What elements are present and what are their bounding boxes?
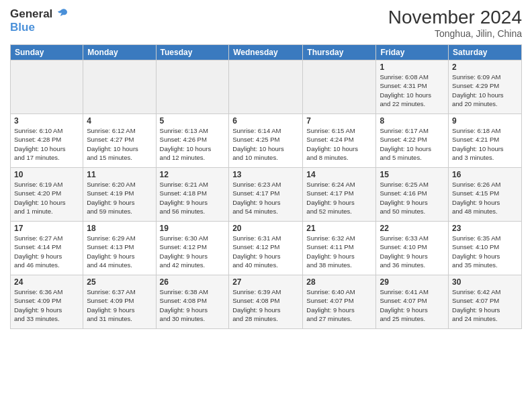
calendar-cell: 13Sunrise: 6:23 AM Sunset: 4:17 PM Dayli… [229, 168, 303, 222]
calendar-cell [83, 60, 156, 114]
calendar-week-4: 24Sunrise: 6:36 AM Sunset: 4:09 PM Dayli… [11, 275, 522, 329]
day-info: Sunrise: 6:20 AM Sunset: 4:19 PM Dayligh… [87, 180, 152, 216]
day-number: 1 [380, 62, 445, 72]
month-title: November 2024 [388, 7, 522, 28]
col-saturday: Saturday [449, 45, 522, 60]
day-info: Sunrise: 6:14 AM Sunset: 4:25 PM Dayligh… [232, 126, 299, 162]
day-info: Sunrise: 6:17 AM Sunset: 4:22 PM Dayligh… [380, 126, 445, 162]
day-info: Sunrise: 6:08 AM Sunset: 4:31 PM Dayligh… [380, 73, 445, 108]
day-info: Sunrise: 6:32 AM Sunset: 4:11 PM Dayligh… [306, 234, 372, 269]
calendar-cell: 29Sunrise: 6:41 AM Sunset: 4:07 PM Dayli… [376, 275, 449, 329]
day-number: 6 [232, 116, 299, 126]
calendar-cell: 4Sunrise: 6:12 AM Sunset: 4:27 PM Daylig… [83, 114, 156, 168]
day-number: 18 [87, 224, 152, 233]
location: Tonghua, Jilin, China [388, 28, 522, 39]
header: General Blue November 2024 Tonghua, Jili… [10, 7, 522, 39]
logo-bird-icon [54, 7, 69, 21]
calendar-cell: 8Sunrise: 6:17 AM Sunset: 4:22 PM Daylig… [376, 114, 449, 168]
col-monday: Monday [83, 45, 156, 60]
logo-text-blue: Blue [10, 21, 69, 34]
title-area: November 2024 Tonghua, Jilin, China [388, 7, 522, 39]
calendar-cell: 9Sunrise: 6:18 AM Sunset: 4:21 PM Daylig… [449, 114, 522, 168]
col-wednesday: Wednesday [229, 45, 303, 60]
day-number: 12 [160, 170, 226, 179]
calendar-cell: 22Sunrise: 6:33 AM Sunset: 4:10 PM Dayli… [376, 222, 449, 275]
day-info: Sunrise: 6:33 AM Sunset: 4:10 PM Dayligh… [380, 234, 445, 269]
day-number: 14 [306, 170, 372, 179]
calendar-cell: 28Sunrise: 6:40 AM Sunset: 4:07 PM Dayli… [303, 275, 376, 329]
day-number: 19 [160, 224, 226, 233]
day-info: Sunrise: 6:12 AM Sunset: 4:27 PM Dayligh… [87, 126, 152, 162]
day-number: 13 [232, 170, 299, 179]
col-sunday: Sunday [11, 45, 83, 60]
day-info: Sunrise: 6:42 AM Sunset: 4:07 PM Dayligh… [452, 287, 518, 323]
calendar-cell: 24Sunrise: 6:36 AM Sunset: 4:09 PM Dayli… [11, 275, 83, 329]
calendar-cell: 30Sunrise: 6:42 AM Sunset: 4:07 PM Dayli… [449, 275, 522, 329]
calendar-cell [156, 60, 229, 114]
calendar-cell: 11Sunrise: 6:20 AM Sunset: 4:19 PM Dayli… [83, 168, 156, 222]
day-number: 23 [452, 224, 518, 233]
day-number: 22 [380, 224, 445, 233]
calendar-week-0: 1Sunrise: 6:08 AM Sunset: 4:31 PM Daylig… [11, 60, 522, 114]
calendar-header-row: Sunday Monday Tuesday Wednesday Thursday… [11, 45, 522, 60]
day-number: 2 [452, 62, 518, 72]
calendar-cell [303, 60, 376, 114]
day-info: Sunrise: 6:13 AM Sunset: 4:26 PM Dayligh… [160, 126, 226, 162]
calendar-cell: 7Sunrise: 6:15 AM Sunset: 4:24 PM Daylig… [303, 114, 376, 168]
day-number: 20 [232, 224, 299, 233]
calendar-cell: 5Sunrise: 6:13 AM Sunset: 4:26 PM Daylig… [156, 114, 229, 168]
day-number: 25 [87, 277, 152, 287]
calendar-cell: 3Sunrise: 6:10 AM Sunset: 4:28 PM Daylig… [11, 114, 83, 168]
calendar-cell: 1Sunrise: 6:08 AM Sunset: 4:31 PM Daylig… [376, 60, 449, 114]
calendar-cell: 6Sunrise: 6:14 AM Sunset: 4:25 PM Daylig… [229, 114, 303, 168]
col-thursday: Thursday [303, 45, 376, 60]
day-number: 26 [160, 277, 226, 287]
day-info: Sunrise: 6:23 AM Sunset: 4:17 PM Dayligh… [232, 180, 299, 216]
day-info: Sunrise: 6:38 AM Sunset: 4:08 PM Dayligh… [160, 287, 226, 323]
day-info: Sunrise: 6:29 AM Sunset: 4:13 PM Dayligh… [87, 234, 152, 269]
calendar-cell: 23Sunrise: 6:35 AM Sunset: 4:10 PM Dayli… [449, 222, 522, 275]
day-info: Sunrise: 6:39 AM Sunset: 4:08 PM Dayligh… [232, 287, 299, 323]
day-info: Sunrise: 6:27 AM Sunset: 4:14 PM Dayligh… [14, 234, 79, 269]
day-number: 21 [306, 224, 372, 233]
logo-text-general: General [10, 8, 52, 21]
calendar-cell: 20Sunrise: 6:31 AM Sunset: 4:12 PM Dayli… [229, 222, 303, 275]
day-number: 11 [87, 170, 152, 179]
day-info: Sunrise: 6:37 AM Sunset: 4:09 PM Dayligh… [87, 287, 152, 323]
day-number: 3 [14, 116, 79, 126]
calendar-cell: 26Sunrise: 6:38 AM Sunset: 4:08 PM Dayli… [156, 275, 229, 329]
day-number: 24 [14, 277, 79, 287]
day-number: 15 [380, 170, 445, 179]
day-info: Sunrise: 6:35 AM Sunset: 4:10 PM Dayligh… [452, 234, 518, 269]
day-number: 30 [452, 277, 518, 287]
calendar-cell: 25Sunrise: 6:37 AM Sunset: 4:09 PM Dayli… [83, 275, 156, 329]
calendar-cell: 27Sunrise: 6:39 AM Sunset: 4:08 PM Dayli… [229, 275, 303, 329]
day-number: 29 [380, 277, 445, 287]
calendar-cell: 19Sunrise: 6:30 AM Sunset: 4:12 PM Dayli… [156, 222, 229, 275]
day-info: Sunrise: 6:31 AM Sunset: 4:12 PM Dayligh… [232, 234, 299, 269]
calendar-cell: 15Sunrise: 6:25 AM Sunset: 4:16 PM Dayli… [376, 168, 449, 222]
calendar-cell: 18Sunrise: 6:29 AM Sunset: 4:13 PM Dayli… [83, 222, 156, 275]
calendar-week-2: 10Sunrise: 6:19 AM Sunset: 4:20 PM Dayli… [11, 168, 522, 222]
day-info: Sunrise: 6:19 AM Sunset: 4:20 PM Dayligh… [14, 180, 79, 216]
calendar-week-3: 17Sunrise: 6:27 AM Sunset: 4:14 PM Dayli… [11, 222, 522, 275]
calendar-cell: 21Sunrise: 6:32 AM Sunset: 4:11 PM Dayli… [303, 222, 376, 275]
col-friday: Friday [376, 45, 449, 60]
calendar-cell: 10Sunrise: 6:19 AM Sunset: 4:20 PM Dayli… [11, 168, 83, 222]
col-tuesday: Tuesday [156, 45, 229, 60]
day-info: Sunrise: 6:26 AM Sunset: 4:15 PM Dayligh… [452, 180, 518, 216]
calendar-cell: 2Sunrise: 6:09 AM Sunset: 4:29 PM Daylig… [449, 60, 522, 114]
day-info: Sunrise: 6:10 AM Sunset: 4:28 PM Dayligh… [14, 126, 79, 162]
calendar: Sunday Monday Tuesday Wednesday Thursday… [10, 44, 522, 329]
day-info: Sunrise: 6:30 AM Sunset: 4:12 PM Dayligh… [160, 234, 226, 269]
calendar-cell [229, 60, 303, 114]
calendar-cell: 16Sunrise: 6:26 AM Sunset: 4:15 PM Dayli… [449, 168, 522, 222]
day-info: Sunrise: 6:24 AM Sunset: 4:17 PM Dayligh… [306, 180, 372, 216]
day-number: 10 [14, 170, 79, 179]
day-info: Sunrise: 6:15 AM Sunset: 4:24 PM Dayligh… [306, 126, 372, 162]
calendar-cell [11, 60, 83, 114]
calendar-cell: 12Sunrise: 6:21 AM Sunset: 4:18 PM Dayli… [156, 168, 229, 222]
day-info: Sunrise: 6:21 AM Sunset: 4:18 PM Dayligh… [160, 180, 226, 216]
day-number: 16 [452, 170, 518, 179]
day-number: 4 [87, 116, 152, 126]
